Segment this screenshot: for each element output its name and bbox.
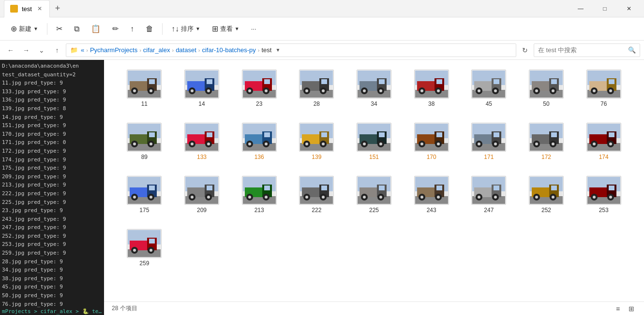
file-label: 170	[427, 154, 436, 160]
file-label: 209	[197, 207, 207, 214]
file-item[interactable]: 175	[116, 174, 173, 215]
item-count: 28 个项目	[112, 304, 137, 313]
file-item[interactable]: 253	[575, 174, 632, 215]
grid-view-button[interactable]: ⊞	[627, 304, 636, 314]
cut-button[interactable]: ✂	[51, 21, 67, 36]
toolbar-sep-1	[47, 23, 47, 35]
file-label: 171	[484, 154, 494, 160]
file-thumbnail	[357, 70, 391, 99]
file-item[interactable]: 151	[345, 121, 403, 162]
file-label: 38	[428, 100, 434, 107]
sidebar-line: 243.jpg pred_type: 9	[2, 215, 102, 224]
toolbar: ⊕ 新建 ▼ ✂ ⧉ 📋 ✏ ↑ 🗑 ↑↓ 排序 ▼ ⊞ 查看 ▼ ···	[0, 17, 644, 41]
sidebar-line: 23.jpg pred_type: 9	[2, 206, 102, 215]
file-item[interactable]: 222	[288, 174, 345, 215]
breadcrumb-part-1[interactable]: PycharmProjects	[90, 46, 137, 54]
delete-button[interactable]: 🗑	[141, 22, 158, 36]
breadcrumb-dropdown-icon[interactable]: ▼	[275, 47, 280, 53]
maximize-button[interactable]: □	[594, 1, 616, 16]
file-label: 11	[141, 100, 148, 107]
breadcrumb-part-0[interactable]: «	[81, 46, 84, 54]
paste-button[interactable]: 📋	[86, 21, 105, 36]
tab-label: test	[22, 5, 32, 13]
file-item[interactable]: 89	[116, 121, 173, 162]
new-icon: ⊕	[11, 24, 17, 33]
file-thumbnail	[529, 123, 564, 152]
file-item[interactable]: 174	[575, 121, 632, 162]
list-view-button[interactable]: ≡	[613, 304, 623, 314]
more-button[interactable]: ···	[246, 22, 261, 35]
breadcrumb: 📁 « › PycharmProjects › cifar_alex › dat…	[66, 43, 516, 57]
sort-button[interactable]: ↑↓ 排序 ▼	[166, 22, 205, 36]
tab-test[interactable]: test ✕	[4, 0, 50, 17]
copy-button[interactable]: ⧉	[69, 22, 84, 36]
file-item[interactable]: 45	[460, 68, 518, 109]
file-item[interactable]: 23	[230, 68, 288, 109]
file-item[interactable]: 171	[460, 121, 518, 162]
dropdown-button[interactable]: ⌄	[35, 43, 48, 57]
title-bar: test ✕ + — □ ✕	[0, 0, 644, 17]
new-button[interactable]: ⊕ 新建 ▼	[6, 21, 43, 36]
toolbar-sep-2	[162, 23, 163, 35]
file-item[interactable]: 170	[403, 121, 460, 162]
back-button[interactable]: ←	[4, 43, 17, 57]
minimize-button[interactable]: —	[569, 1, 592, 16]
file-item[interactable]: 252	[518, 174, 575, 215]
refresh-button[interactable]: ↻	[518, 43, 532, 57]
file-item[interactable]: 50	[518, 68, 575, 109]
terminal-sidebar: D:\anaconda\anaconda3\entest_dataset_qua…	[0, 60, 104, 315]
share-button[interactable]: ↑	[125, 22, 139, 36]
close-button[interactable]: ✕	[618, 1, 640, 16]
file-thumbnail	[586, 123, 621, 152]
file-item[interactable]: 243	[403, 174, 460, 215]
file-item[interactable]: 133	[173, 121, 231, 162]
sidebar-line: 175.jpg pred_type: 9	[2, 164, 102, 172]
sidebar-line: 151.jpg pred_type: 9	[2, 121, 102, 130]
file-item[interactable]: 38	[403, 68, 460, 109]
breadcrumb-part-2[interactable]: cifar_alex	[143, 46, 170, 54]
breadcrumb-folder-icon: 📁	[70, 46, 78, 54]
file-item[interactable]: 209	[173, 174, 231, 215]
file-item[interactable]: 172	[518, 121, 575, 162]
breadcrumb-sep-2: ›	[172, 47, 174, 53]
file-item[interactable]: 11	[116, 68, 173, 109]
search-icon: 🔍	[628, 46, 636, 54]
breadcrumb-part-4[interactable]: cifar-10-batches-py	[202, 46, 255, 54]
file-item[interactable]: 34	[345, 68, 403, 109]
view-icon: ⊞	[212, 24, 218, 33]
status-bar: 28 个项目 ≡ ⊞	[104, 301, 644, 315]
file-item[interactable]: 213	[230, 174, 288, 215]
file-item[interactable]: 247	[460, 174, 518, 215]
rename-button[interactable]: ✏	[107, 21, 123, 36]
file-label: 139	[312, 154, 321, 160]
file-item[interactable]: 225	[345, 174, 403, 215]
file-item[interactable]: 28	[288, 68, 345, 109]
search-bar[interactable]: 🔍	[534, 43, 640, 57]
forward-button[interactable]: →	[19, 43, 33, 57]
file-item[interactable]: 14	[173, 68, 231, 109]
sidebar-line: 50.jpg pred_type: 9	[2, 291, 102, 300]
file-item[interactable]: 136	[230, 121, 288, 162]
file-thumbnail	[299, 176, 334, 205]
file-label: 243	[427, 207, 436, 214]
sidebar-line: 225.jpg pred_type: 9	[2, 198, 102, 207]
file-item[interactable]: 259	[116, 227, 173, 269]
file-label: 225	[369, 207, 379, 214]
file-label: 34	[371, 100, 377, 107]
file-browser: 1114232834384550768913313613915117017117…	[104, 60, 644, 301]
main-layout: D:\anaconda\anaconda3\entest_dataset_qua…	[0, 60, 644, 315]
breadcrumb-part-3[interactable]: dataset	[176, 46, 196, 54]
search-input[interactable]	[538, 46, 628, 54]
view-button[interactable]: ⊞ 查看 ▼	[207, 21, 244, 36]
breadcrumb-current: test	[261, 46, 271, 54]
file-thumbnail	[184, 123, 219, 152]
sidebar-line: 133.jpg pred_type: 9	[2, 87, 102, 96]
sidebar-line: 174.jpg pred_type: 9	[2, 156, 102, 164]
up-button[interactable]: ↑	[50, 43, 64, 57]
sidebar-line: D:\anaconda\anaconda3\en	[2, 62, 102, 71]
view-dropdown-icon: ▼	[235, 26, 240, 31]
tab-close-button[interactable]: ✕	[36, 5, 44, 13]
file-item[interactable]: 76	[575, 68, 632, 109]
file-item[interactable]: 139	[288, 121, 345, 162]
new-tab-button[interactable]: +	[50, 1, 65, 16]
